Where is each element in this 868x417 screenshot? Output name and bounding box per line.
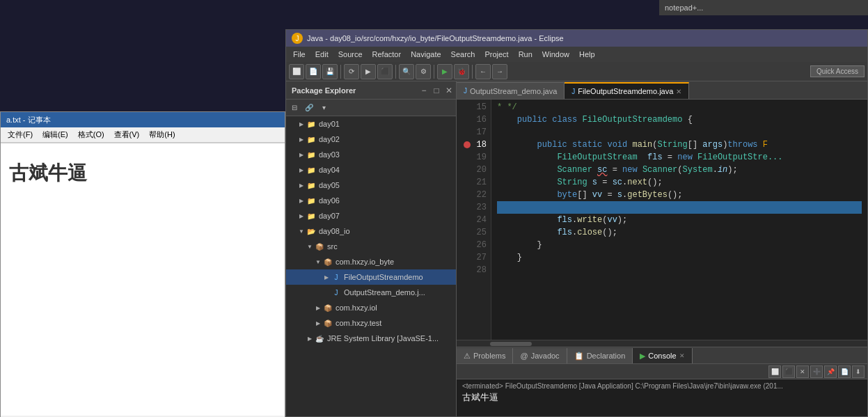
tree-label-day07: day07 bbox=[319, 212, 340, 220]
tab-javadoc[interactable]: @ Javadoc bbox=[513, 348, 567, 363]
code-content[interactable]: * */ public class FileOutputStreamdemo {… bbox=[491, 100, 867, 340]
quick-access-box[interactable]: Quick Access bbox=[810, 65, 865, 77]
toolbar-btn-3[interactable]: 💾 bbox=[322, 64, 338, 79]
menu-file[interactable]: File bbox=[289, 49, 310, 60]
menu-run[interactable]: Run bbox=[514, 49, 537, 60]
tree-item-jre[interactable]: ▶ ☕ JRE System Library [JavaSE-1... bbox=[286, 331, 456, 346]
notepad-menu-edit[interactable]: 编辑(E) bbox=[38, 128, 72, 141]
horizontal-scrollbar[interactable] bbox=[457, 340, 867, 347]
tab-console-close[interactable]: ✕ bbox=[679, 352, 685, 359]
tree-item-day04[interactable]: ▶ 📁 day04 bbox=[286, 162, 456, 178]
console-remove-btn[interactable]: ✕ bbox=[796, 365, 809, 378]
toolbar-btn-2[interactable]: 📄 bbox=[306, 64, 321, 79]
package-icon-iol: 📦 bbox=[322, 302, 333, 313]
line-num-16: 16 bbox=[462, 113, 487, 126]
line-num-26: 26 bbox=[462, 239, 487, 251]
toolbar-sep-1 bbox=[340, 65, 341, 79]
tab-problems[interactable]: ⚠ Problems bbox=[457, 348, 513, 363]
toolbar-sep-2 bbox=[395, 65, 396, 79]
console-pin-btn[interactable]: 📌 bbox=[824, 365, 837, 378]
notepad-title: a.txt - 记事本 bbox=[6, 115, 51, 125]
tab-outputstream[interactable]: J OutputStream_demo.java bbox=[457, 82, 565, 99]
breakpoint-18 bbox=[464, 141, 471, 148]
toolbar-btn-debug[interactable]: 🐞 bbox=[454, 64, 469, 79]
toolbar-btn-1[interactable]: ⬜ bbox=[289, 64, 304, 79]
folder-icon-day06: 📁 bbox=[306, 195, 317, 206]
tab-console[interactable]: ▶ Console ✕ bbox=[633, 348, 692, 363]
collapse-all-btn[interactable]: ⊟ bbox=[287, 101, 301, 115]
menu-source[interactable]: Source bbox=[334, 49, 367, 60]
toolbar-btn-run[interactable]: ▶ bbox=[437, 64, 452, 79]
tree-arrow-io-byte: ▼ bbox=[314, 259, 322, 265]
notepad-menu-help[interactable]: 帮助(H) bbox=[145, 128, 179, 141]
menu-refactor[interactable]: Refactor bbox=[368, 49, 406, 60]
link-editor-btn[interactable]: 🔗 bbox=[302, 101, 316, 115]
tab-outputstream-label: OutputStream_demo.java bbox=[470, 87, 557, 95]
tab-fileoutputstream[interactable]: J FileOutputStreamdemo.java ✕ bbox=[565, 82, 689, 99]
tree-item-day08io[interactable]: ▼ 📂 day08_io bbox=[286, 223, 456, 239]
line-num-22: 22 bbox=[462, 189, 487, 201]
code-line-19: FileOutputStream fls = new FileOutputStr… bbox=[497, 151, 862, 164]
panel-close-btn[interactable]: ✕ bbox=[443, 85, 455, 96]
tree-item-day03[interactable]: ▶ 📁 day03 bbox=[286, 147, 456, 162]
tree-item-day05[interactable]: ▶ 📁 day05 bbox=[286, 178, 456, 193]
code-line-18: public static void main(String[] args)th… bbox=[497, 139, 862, 151]
toolbar-btn-4[interactable]: ⟳ bbox=[344, 64, 359, 79]
console-copy-btn[interactable]: 📄 bbox=[838, 365, 851, 378]
toolbar-btn-6[interactable]: ⬛ bbox=[377, 64, 393, 79]
tree-label-day08io: day08_io bbox=[319, 227, 350, 235]
panel-menu-btn[interactable]: ▾ bbox=[317, 101, 331, 115]
tree-label-iol: com.hxzy.iol bbox=[336, 304, 377, 312]
toolbar-btn-8[interactable]: ⚙ bbox=[416, 64, 431, 79]
eclipse-main: Package Explorer − □ ✕ ⊟ 🔗 ▾ ▶ 📁 day01 bbox=[286, 81, 867, 416]
line-num-17: 17 bbox=[462, 126, 487, 139]
code-line-15: * */ bbox=[497, 101, 862, 113]
tree-item-day01[interactable]: ▶ 📁 day01 bbox=[286, 116, 456, 132]
panel-minimize-btn[interactable]: − bbox=[418, 85, 429, 96]
console-terminated-text: <terminated> FileOutputStreamdemo [Java … bbox=[462, 382, 862, 390]
tree-item-com-hxzy-io-byte[interactable]: ▼ 📦 com.hxzy.io_byte bbox=[286, 254, 456, 269]
toolbar-btn-back[interactable]: ← bbox=[475, 64, 491, 79]
notepad-window: a.txt - 记事本 文件(F) 编辑(E) 格式(O) 查看(V) 帮助(H… bbox=[0, 111, 285, 417]
code-line-27: } bbox=[497, 251, 862, 264]
tab-javadoc-label: Javadoc bbox=[531, 352, 560, 360]
console-stop-btn[interactable]: ⬛ bbox=[782, 365, 795, 378]
code-line-22: byte[] vv = s.getBytes(); bbox=[497, 189, 862, 201]
notepad-menu-view[interactable]: 查看(V) bbox=[110, 128, 144, 141]
menu-search[interactable]: Search bbox=[447, 49, 480, 60]
tree-item-com-hxzy-test[interactable]: ▶ 📦 com.hxzy.test bbox=[286, 315, 456, 331]
tab-fileoutputstream-close[interactable]: ✕ bbox=[676, 88, 681, 95]
tree-item-file-output[interactable]: ▶ J FileOutputStreamdemo bbox=[286, 269, 456, 285]
console-scroll-btn[interactable]: ⬇ bbox=[852, 365, 865, 378]
tree-arrow-src: ▼ bbox=[306, 244, 314, 250]
tree-item-src[interactable]: ▼ 📦 src bbox=[286, 239, 456, 254]
menu-window[interactable]: Window bbox=[538, 49, 574, 60]
notepad-content[interactable]: 古斌牛逼 bbox=[1, 143, 285, 416]
toolbar-btn-fwd[interactable]: → bbox=[492, 64, 507, 79]
tree-item-outputstream-demo[interactable]: J OutputStream_demo.j... bbox=[286, 285, 456, 300]
toolbar-btn-5[interactable]: ▶ bbox=[361, 64, 376, 79]
menu-edit[interactable]: Edit bbox=[311, 49, 333, 60]
tree-item-com-hxzy-iol[interactable]: ▶ 📦 com.hxzy.iol bbox=[286, 300, 456, 315]
console-clear-btn[interactable]: ⬜ bbox=[768, 365, 781, 378]
notepad-menu-file[interactable]: 文件(F) bbox=[3, 128, 37, 141]
code-editor[interactable]: 15 16 17 18 19 20 21 22 23 24 25 26 27 bbox=[457, 100, 867, 340]
menu-project[interactable]: Project bbox=[480, 49, 512, 60]
tree-label-day02: day02 bbox=[319, 135, 340, 143]
panel-maximize-btn[interactable]: □ bbox=[431, 85, 442, 96]
menu-help[interactable]: Help bbox=[575, 49, 599, 60]
toolbar-sep-3 bbox=[434, 65, 434, 79]
line-num-24: 24 bbox=[462, 214, 487, 226]
scrollbar-thumb[interactable] bbox=[490, 342, 532, 346]
tree-item-day06[interactable]: ▶ 📁 day06 bbox=[286, 193, 456, 208]
notepad-menu-format[interactable]: 格式(O) bbox=[74, 128, 109, 141]
tree-item-day07[interactable]: ▶ 📁 day07 bbox=[286, 208, 456, 223]
console-new-btn[interactable]: ➕ bbox=[810, 365, 823, 378]
tab-fileoutputstream-label: FileOutputStreamdemo.java bbox=[578, 87, 673, 95]
toolbar-btn-7[interactable]: 🔍 bbox=[399, 64, 414, 79]
tab-declaration[interactable]: 📋 Declaration bbox=[567, 348, 633, 363]
menu-navigate[interactable]: Navigate bbox=[407, 49, 445, 60]
package-tree[interactable]: ▶ 📁 day01 ▶ 📁 day02 ▶ 📁 day03 bbox=[286, 116, 456, 416]
eclipse-toolbar: ⬜ 📄 💾 ⟳ ▶ ⬛ 🔍 ⚙ ▶ 🐞 ← → Quick Access bbox=[286, 62, 867, 81]
tree-item-day02[interactable]: ▶ 📁 day02 bbox=[286, 132, 456, 147]
